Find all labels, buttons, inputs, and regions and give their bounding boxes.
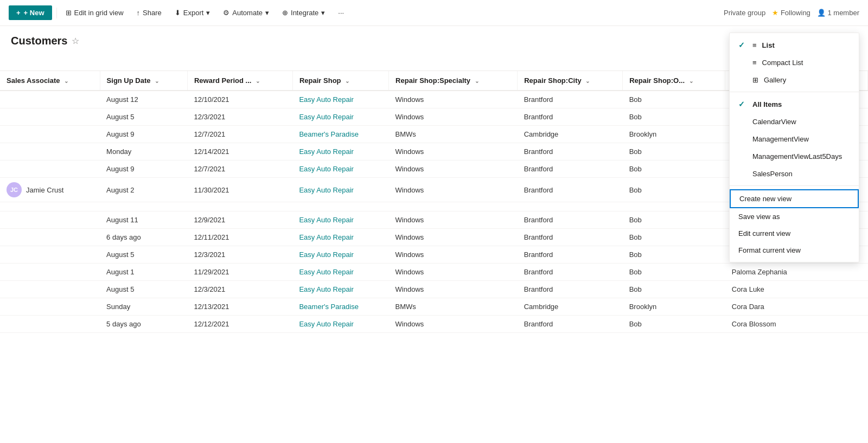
dropdown-item-all-items[interactable]: ✓ All Items bbox=[730, 95, 859, 113]
export-button[interactable]: ⬇ Export ▾ bbox=[170, 7, 215, 19]
cell-repair-shop[interactable]: Beamer's Paradise bbox=[292, 126, 388, 143]
cell-sign-up-date: August 1 bbox=[100, 264, 187, 281]
cell-city: Cambridge bbox=[518, 298, 623, 316]
share-button[interactable]: ↑ Share bbox=[132, 7, 166, 19]
cell-specialty: Windows bbox=[389, 316, 518, 333]
cell-repair-shop[interactable] bbox=[292, 202, 388, 211]
dropdown-management-label: ManagementView bbox=[752, 135, 809, 143]
top-right-info: Private group ★ Following 👤 1 member bbox=[724, 9, 859, 17]
dropdown-item-edit-current-view[interactable]: Edit current view bbox=[730, 225, 859, 242]
cell-sales-associate: JCJamie Crust bbox=[0, 178, 100, 202]
cell-repair-shop[interactable]: Beamer's Paradise bbox=[292, 298, 388, 316]
cell-reward-period: 12/7/2021 bbox=[187, 126, 292, 143]
edit-grid-button[interactable]: ⊞ Edit in grid view bbox=[61, 7, 128, 19]
more-label: ··· bbox=[338, 9, 344, 17]
col-sign-up-date[interactable]: Sign Up Date ⌄ bbox=[100, 71, 187, 91]
dropdown-edit-view-label: Edit current view bbox=[738, 229, 790, 237]
cell-other: Bob bbox=[623, 211, 725, 229]
dropdown-sales-person-label: SalesPerson bbox=[752, 170, 793, 178]
integrate-button[interactable]: ⊕ Integrate ▾ bbox=[278, 7, 329, 19]
favorite-star-icon[interactable]: ☆ bbox=[72, 36, 79, 46]
cell-repair-shop[interactable]: Easy Auto Repair bbox=[292, 229, 388, 246]
following-section: ★ Following bbox=[772, 9, 810, 17]
cell-repair-shop[interactable]: Easy Auto Repair bbox=[292, 160, 388, 178]
dropdown-item-compact-list[interactable]: ✓ ≡ Compact List bbox=[730, 54, 859, 71]
cell-repair-shop[interactable]: Easy Auto Repair bbox=[292, 178, 388, 202]
dropdown-list-label: List bbox=[762, 41, 775, 49]
automate-button[interactable]: ⚙ Automate ▾ bbox=[219, 7, 273, 19]
cell-repair-shop[interactable]: Easy Auto Repair bbox=[292, 264, 388, 281]
cell-full-name: Cora Luke bbox=[725, 281, 816, 298]
cell-reward-period: 12/14/2021 bbox=[187, 143, 292, 160]
cell-specialty: Windows bbox=[389, 108, 518, 126]
cell-specialty: Windows bbox=[389, 211, 518, 229]
cell-sales-associate bbox=[0, 229, 100, 246]
dropdown-item-management-view-last5[interactable]: ✓ ManagementViewLast5Days bbox=[730, 147, 859, 165]
sort-icon-5: ⌄ bbox=[475, 78, 479, 84]
cell-specialty: Windows bbox=[389, 178, 518, 202]
table-row: Sunday12/13/2021Beamer's ParadiseBMWsCam… bbox=[0, 298, 868, 316]
dropdown-format-view-label: Format current view bbox=[738, 246, 801, 254]
export-label: Export bbox=[183, 9, 204, 17]
col-reward-period-label: Reward Period ... bbox=[194, 76, 251, 85]
cell-city: Brantford bbox=[518, 91, 623, 108]
cell-other: Bob bbox=[623, 143, 725, 160]
cell-repair-shop[interactable]: Easy Auto Repair bbox=[292, 91, 388, 108]
dropdown-item-sales-person[interactable]: ✓ SalesPerson bbox=[730, 165, 859, 182]
cell-repair-shop[interactable]: Easy Auto Repair bbox=[292, 281, 388, 298]
cell-sales-associate bbox=[0, 160, 100, 178]
dropdown-item-create-new-view[interactable]: Create new view bbox=[730, 189, 859, 208]
dropdown-item-save-view-as[interactable]: Save view as bbox=[730, 208, 859, 225]
cell-repair-shop[interactable]: Easy Auto Repair bbox=[292, 143, 388, 160]
more-button[interactable]: ··· bbox=[334, 7, 348, 19]
cell-sign-up-date: August 12 bbox=[100, 91, 187, 108]
cell-specialty: Windows bbox=[389, 229, 518, 246]
cell-repair-shop[interactable]: Easy Auto Repair bbox=[292, 316, 388, 333]
cell-repair-shop[interactable]: Easy Auto Repair bbox=[292, 246, 388, 264]
cell-sign-up-date: August 9 bbox=[100, 160, 187, 178]
cell-city: Brantford bbox=[518, 316, 623, 333]
new-button[interactable]: + + New bbox=[9, 5, 52, 20]
cell-repair-shop[interactable]: Easy Auto Repair bbox=[292, 108, 388, 126]
sort-icon-7: ⌄ bbox=[689, 78, 693, 84]
dropdown-item-calendar-view[interactable]: ✓ CalendarView bbox=[730, 113, 859, 130]
automate-icon: ⚙ bbox=[223, 9, 229, 17]
dropdown-item-management-view[interactable]: ✓ ManagementView bbox=[730, 130, 859, 147]
integrate-chevron: ▾ bbox=[321, 9, 325, 17]
cell-reward-period: 12/12/2021 bbox=[187, 316, 292, 333]
cell-sales-associate bbox=[0, 298, 100, 316]
col-reward-period[interactable]: Reward Period ... ⌄ bbox=[187, 71, 292, 91]
cell-other: Bob bbox=[623, 160, 725, 178]
new-label: + New bbox=[24, 9, 44, 17]
cell-reward-period: 12/3/2021 bbox=[187, 108, 292, 126]
cell-sign-up-date: August 2 bbox=[100, 178, 187, 202]
dropdown-section-view-types: ✓ ≡ List ✓ ≡ Compact List ✓ ⊞ Gallery bbox=[730, 33, 859, 92]
toolbar-separator bbox=[56, 8, 57, 18]
top-bar: + + New ⊞ Edit in grid view ↑ Share ⬇ Ex… bbox=[0, 0, 868, 26]
table-row: August 111/29/2021Easy Auto RepairWindow… bbox=[0, 264, 868, 281]
check-icon: ✓ bbox=[738, 41, 747, 49]
cell-sign-up-date: 5 days ago bbox=[100, 316, 187, 333]
col-sales-associate[interactable]: Sales Associate ⌄ bbox=[0, 71, 100, 91]
cell-add bbox=[816, 316, 867, 333]
cell-sales-associate bbox=[0, 91, 100, 108]
automate-chevron: ▾ bbox=[265, 9, 269, 17]
dropdown-item-list[interactable]: ✓ ≡ List bbox=[730, 36, 859, 54]
toolbar-left: + + New ⊞ Edit in grid view ↑ Share ⬇ Ex… bbox=[9, 5, 348, 20]
cell-other: Bob bbox=[623, 316, 725, 333]
cell-reward-period: 12/3/2021 bbox=[187, 281, 292, 298]
col-repair-shop-specialty[interactable]: Repair Shop:Specialty ⌄ bbox=[389, 71, 518, 91]
col-repair-shop-other[interactable]: Repair Shop:O... ⌄ bbox=[623, 71, 725, 91]
col-repair-shop[interactable]: Repair Shop ⌄ bbox=[292, 71, 388, 91]
export-icon: ⬇ bbox=[175, 9, 181, 17]
cell-sales-associate bbox=[0, 316, 100, 333]
dropdown-item-format-current-view[interactable]: Format current view bbox=[730, 242, 859, 259]
cell-add bbox=[816, 264, 867, 281]
dropdown-item-gallery[interactable]: ✓ ⊞ Gallery bbox=[730, 71, 859, 88]
cell-repair-shop[interactable]: Easy Auto Repair bbox=[292, 211, 388, 229]
cell-full-name: Paloma Zephania bbox=[725, 264, 816, 281]
member-section: 👤 1 member bbox=[817, 9, 859, 17]
col-repair-shop-city[interactable]: Repair Shop:City ⌄ bbox=[518, 71, 623, 91]
dropdown-section-actions: Create new view Save view as Edit curren… bbox=[730, 186, 859, 262]
automate-label: Automate bbox=[232, 9, 263, 17]
